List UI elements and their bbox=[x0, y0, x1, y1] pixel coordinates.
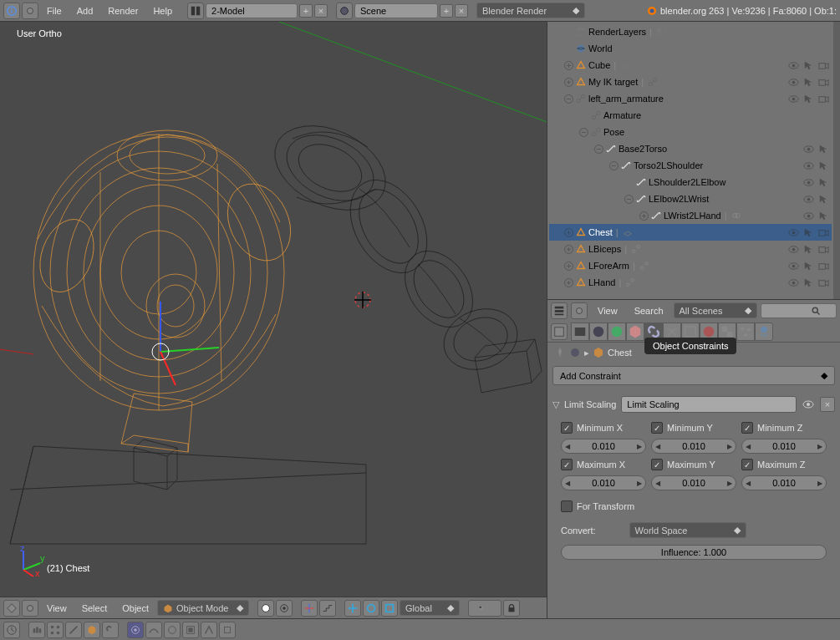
tab-particles[interactable] bbox=[736, 323, 755, 341]
scene-delete-button[interactable]: × bbox=[455, 4, 468, 18]
outliner-search-field[interactable] bbox=[761, 303, 837, 318]
tab-physics[interactable] bbox=[755, 323, 773, 341]
visibility-icon[interactable] bbox=[802, 193, 815, 206]
snap-increment-icon[interactable] bbox=[28, 622, 45, 638]
visibility-icon[interactable] bbox=[787, 93, 800, 105]
layers-selector[interactable] bbox=[468, 600, 501, 617]
menu-file[interactable]: File bbox=[40, 3, 69, 18]
orientation-dropdown[interactable]: Global◆ bbox=[400, 600, 460, 616]
expand-minus-icon[interactable] bbox=[594, 145, 603, 154]
constraint-delete-button[interactable]: × bbox=[820, 397, 835, 412]
tree-row[interactable]: left_arm_armature bbox=[549, 90, 832, 107]
tree-row[interactable]: LWrist2LHand| bbox=[549, 207, 832, 224]
panel-collapse-icon[interactable]: ▽ bbox=[552, 399, 559, 410]
max-z-checkbox[interactable]: Maximum Z bbox=[741, 459, 827, 470]
collapse-menus-icon[interactable] bbox=[22, 600, 38, 617]
falloff-root-icon[interactable] bbox=[182, 622, 199, 638]
renderable-icon[interactable] bbox=[817, 76, 830, 89]
constraint-mute-icon[interactable] bbox=[802, 398, 815, 411]
min-y-value[interactable]: ◀0.010▶ bbox=[651, 439, 736, 454]
visibility-icon[interactable] bbox=[787, 76, 800, 89]
tree-row[interactable]: Cube| bbox=[549, 57, 832, 74]
outliner-tree[interactable]: RenderLayers|WorldCube|My IK target|left… bbox=[547, 22, 833, 299]
snap-vertex-icon[interactable] bbox=[47, 622, 64, 638]
expand-plus-icon[interactable] bbox=[564, 228, 573, 237]
snap-face-icon[interactable] bbox=[84, 622, 100, 638]
menu-view-3d[interactable]: View bbox=[40, 601, 74, 616]
tab-object[interactable] bbox=[626, 323, 644, 341]
tab-scene[interactable] bbox=[589, 323, 608, 341]
properties-editor-icon[interactable] bbox=[551, 323, 568, 340]
renderable-icon[interactable] bbox=[817, 59, 830, 72]
tab-world[interactable] bbox=[608, 323, 626, 341]
tree-row[interactable]: Chest| bbox=[549, 224, 832, 241]
tree-row[interactable]: My IK target| bbox=[549, 74, 832, 90]
tree-row[interactable]: RenderLayers| bbox=[549, 23, 832, 40]
selectable-icon[interactable] bbox=[802, 93, 815, 105]
scene-add-button[interactable]: + bbox=[440, 4, 453, 18]
tree-row[interactable]: LBiceps| bbox=[549, 241, 832, 257]
tree-row[interactable]: Armature bbox=[549, 107, 832, 124]
add-constraint-dropdown[interactable]: Add Constraint ◆ bbox=[552, 366, 835, 385]
steps-icon[interactable] bbox=[319, 600, 336, 617]
selectable-icon[interactable] bbox=[802, 76, 815, 89]
visibility-icon[interactable] bbox=[787, 59, 800, 72]
expand-minus-icon[interactable] bbox=[579, 128, 588, 137]
expand-minus-icon[interactable] bbox=[564, 94, 573, 104]
selectable-icon[interactable] bbox=[802, 260, 815, 272]
min-y-checkbox[interactable]: Minimum Y bbox=[651, 422, 736, 434]
convert-space-dropdown[interactable]: World Space◆ bbox=[629, 522, 746, 538]
manip-rotate-icon[interactable] bbox=[363, 600, 379, 617]
menu-help[interactable]: Help bbox=[146, 3, 179, 18]
proportional-editing-icon[interactable] bbox=[127, 622, 144, 638]
menu-object-3d[interactable]: Object bbox=[115, 601, 155, 616]
outliner-editor-icon[interactable] bbox=[551, 302, 568, 319]
falloff-sphere-icon[interactable] bbox=[164, 622, 181, 638]
visibility-icon[interactable] bbox=[787, 243, 800, 256]
layout-name-field[interactable]: 2-Model bbox=[206, 3, 298, 18]
tree-row[interactable]: LShoulder2LElbow bbox=[549, 174, 832, 190]
visibility-icon[interactable] bbox=[802, 210, 815, 222]
falloff-linear-icon[interactable] bbox=[219, 622, 236, 638]
expand-plus-icon[interactable] bbox=[564, 278, 573, 287]
max-x-value[interactable]: ◀0.010▶ bbox=[561, 475, 646, 490]
visibility-icon[interactable] bbox=[787, 226, 800, 239]
mode-dropdown[interactable]: Object Mode◆ bbox=[157, 600, 249, 616]
outliner-scrollbar[interactable] bbox=[833, 22, 840, 299]
menu-select-3d[interactable]: Select bbox=[75, 601, 115, 616]
snap-volume-icon[interactable] bbox=[102, 622, 119, 638]
tree-row[interactable]: LHand| bbox=[549, 274, 832, 291]
manip-scale-icon[interactable] bbox=[381, 600, 398, 617]
pin-icon[interactable] bbox=[554, 347, 566, 358]
visibility-icon[interactable] bbox=[802, 160, 815, 172]
scene-browse-icon[interactable] bbox=[336, 3, 353, 19]
editor-type-icon[interactable] bbox=[3, 600, 20, 617]
layout-add-button[interactable]: + bbox=[299, 4, 313, 18]
expand-plus-icon[interactable] bbox=[564, 245, 573, 254]
influence-slider[interactable]: Influence: 1.000 bbox=[561, 545, 827, 560]
renderable-icon[interactable] bbox=[817, 243, 830, 256]
info-editor-icon[interactable] bbox=[3, 3, 20, 19]
selectable-icon[interactable] bbox=[817, 193, 830, 206]
expand-plus-icon[interactable] bbox=[564, 262, 573, 271]
expand-minus-icon[interactable] bbox=[624, 195, 634, 204]
tree-row[interactable]: Pose bbox=[549, 124, 832, 140]
visibility-icon[interactable] bbox=[802, 143, 815, 155]
expand-minus-icon[interactable] bbox=[609, 161, 619, 170]
falloff-sharp-icon[interactable] bbox=[201, 622, 217, 638]
max-y-value[interactable]: ◀0.010▶ bbox=[651, 475, 736, 490]
expand-plus-icon[interactable] bbox=[639, 211, 649, 221]
expand-plus-icon[interactable] bbox=[564, 78, 573, 87]
scene-name-field[interactable]: Scene bbox=[354, 3, 438, 18]
max-y-checkbox[interactable]: Maximum Y bbox=[651, 459, 736, 470]
timeline-editor-icon[interactable] bbox=[3, 622, 20, 638]
max-z-value[interactable]: ◀0.010▶ bbox=[741, 475, 827, 490]
max-x-checkbox[interactable]: Maximum X bbox=[561, 459, 646, 470]
selectable-icon[interactable] bbox=[817, 210, 830, 222]
3d-viewport[interactable]: User Ortho bbox=[0, 22, 547, 597]
tree-row[interactable]: Torso2LShoulder bbox=[549, 157, 832, 174]
outliner-menu-search[interactable]: Search bbox=[628, 303, 670, 318]
min-z-value[interactable]: ◀0.010▶ bbox=[741, 439, 827, 454]
render-engine-dropdown[interactable]: Blender Render◆ bbox=[476, 3, 585, 18]
renderable-icon[interactable] bbox=[817, 260, 830, 272]
